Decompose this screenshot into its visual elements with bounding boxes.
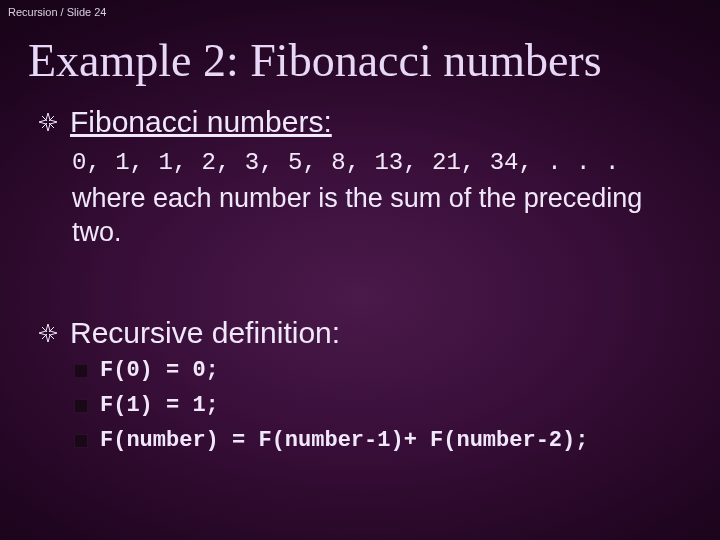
code-line: F(1) = 1; (100, 393, 219, 418)
section1-description: where each number is the sum of the prec… (72, 182, 662, 250)
star-bullet-icon (38, 112, 60, 132)
section2-items: F(0) = 0; F(1) = 1; F(number) = F(number… (74, 358, 692, 453)
list-item: F(1) = 1; (74, 393, 692, 418)
slide-title: Example 2: Fibonacci numbers (0, 22, 720, 105)
square-bullet-icon (74, 364, 88, 378)
section1-body: 0, 1, 1, 2, 3, 5, 8, 13, 21, 34, . . . w… (72, 149, 692, 250)
fibonacci-sequence: 0, 1, 1, 2, 3, 5, 8, 13, 21, 34, . . . (72, 149, 692, 176)
bullet-fibonacci-numbers: Fibonacci numbers: (38, 105, 692, 139)
slide-header: Recursion / Slide 24 (0, 0, 720, 22)
list-item: F(0) = 0; (74, 358, 692, 383)
section2-heading: Recursive definition: (70, 316, 340, 350)
star-bullet-icon (38, 323, 60, 343)
bullet-recursive-definition: Recursive definition: (38, 316, 692, 350)
section1-heading: Fibonacci numbers: (70, 105, 332, 139)
square-bullet-icon (74, 399, 88, 413)
list-item: F(number) = F(number-1)+ F(number-2); (74, 428, 692, 453)
code-line: F(0) = 0; (100, 358, 219, 383)
square-bullet-icon (74, 434, 88, 448)
spacer (38, 258, 692, 316)
code-line: F(number) = F(number-1)+ F(number-2); (100, 428, 588, 453)
slide-content: Fibonacci numbers: 0, 1, 1, 2, 3, 5, 8, … (0, 105, 720, 453)
